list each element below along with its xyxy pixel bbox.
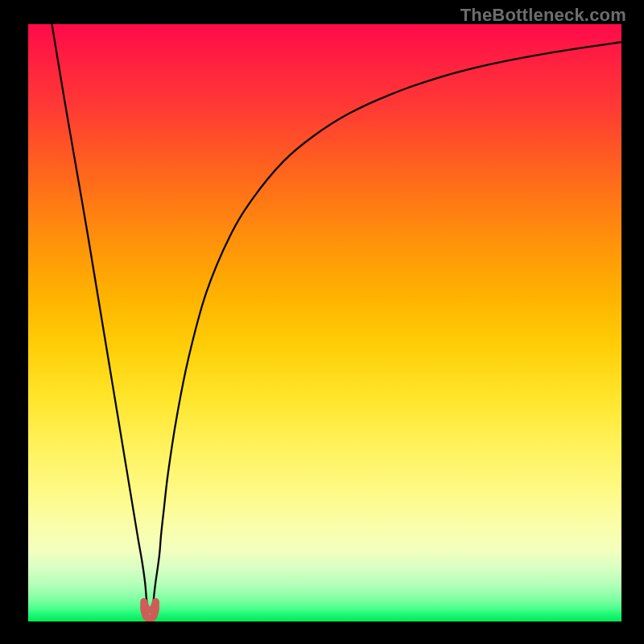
chart-frame: TheBottleneck.com bbox=[0, 0, 644, 644]
notch-marker bbox=[144, 602, 156, 618]
bottleneck-curve bbox=[52, 24, 621, 610]
plot-area bbox=[28, 24, 621, 621]
chart-svg bbox=[28, 24, 621, 621]
attribution-label: TheBottleneck.com bbox=[460, 5, 626, 26]
